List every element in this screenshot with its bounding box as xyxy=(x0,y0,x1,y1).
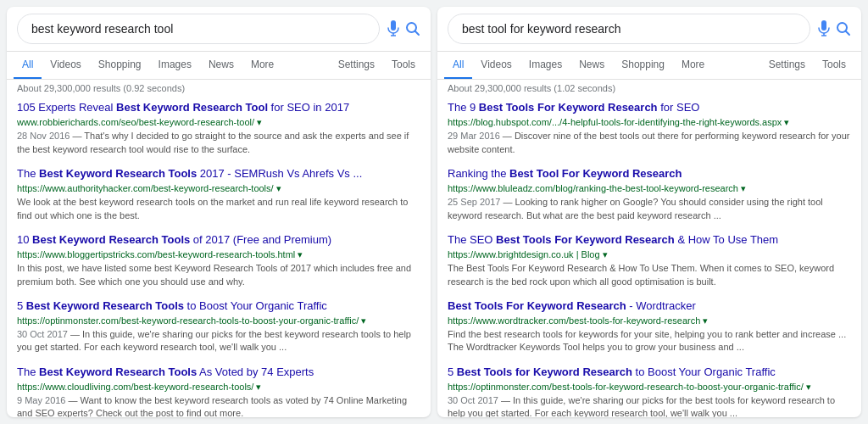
svg-line-9 xyxy=(846,31,850,36)
right-result-2-title[interactable]: Ranking the Best Tool For Keyword Resear… xyxy=(448,166,851,181)
left-result-1-snippet: 28 Nov 2016 — That's why I decided to go… xyxy=(17,130,420,156)
right-search-icons xyxy=(817,20,851,37)
right-result-1-url: https://blog.hubspot.com/.../4-helpful-t… xyxy=(448,117,851,128)
right-mic-icon[interactable] xyxy=(817,20,831,37)
right-result-4: Best Tools For Keyword Research - Wordtr… xyxy=(448,298,851,354)
left-result-2: The Best Keyword Research Tools 2017 - S… xyxy=(17,166,420,222)
right-result-2: Ranking the Best Tool For Keyword Resear… xyxy=(448,166,851,222)
right-search-button[interactable] xyxy=(836,21,851,36)
right-result-3-title[interactable]: The SEO Best Tools For Keyword Research … xyxy=(448,232,851,248)
svg-line-4 xyxy=(415,31,420,36)
right-tab-shopping[interactable]: Shopping xyxy=(613,52,673,79)
left-result-4-url: https://optinmonster.com/best-keyword-re… xyxy=(17,315,420,326)
right-results-count: About 29,300,000 results (1.02 seconds) xyxy=(437,80,861,97)
left-result-4-snippet: 30 Oct 2017 — In this guide, we're shari… xyxy=(17,328,420,354)
right-result-5-title[interactable]: 5 Best Tools for Keyword Research to Boo… xyxy=(448,365,851,380)
left-result-2-url: https://www.authorityhacker.com/best-key… xyxy=(17,183,420,194)
right-result-2-title-text: Ranking the Best Tool For Keyword Resear… xyxy=(448,167,682,180)
left-tab-news[interactable]: News xyxy=(200,52,242,79)
right-tab-all[interactable]: All xyxy=(444,52,472,79)
right-result-1-title-text: The 9 Best Tools For Keyword Research fo… xyxy=(448,101,699,114)
left-result-1-title-text: 105 Experts Reveal Best Keyword Research… xyxy=(17,101,349,114)
left-tab-videos[interactable]: Videos xyxy=(42,52,89,79)
right-tab-more[interactable]: More xyxy=(673,52,713,79)
left-tab-more[interactable]: More xyxy=(242,52,282,79)
left-search-icons xyxy=(387,20,420,37)
right-result-1-snippet: 29 Mar 2016 — Discover nine of the best … xyxy=(448,130,851,156)
left-nav-tabs: All Videos Shopping Images News More Set… xyxy=(7,52,431,80)
left-tab-tools[interactable]: Tools xyxy=(383,52,424,79)
left-results: 105 Experts Reveal Best Keyword Research… xyxy=(7,97,431,417)
right-result-1: The 9 Best Tools For Keyword Research fo… xyxy=(448,100,851,156)
main-container: All Videos Shopping Images News More Set… xyxy=(0,0,868,424)
right-result-4-title[interactable]: Best Tools For Keyword Research - Wordtr… xyxy=(448,298,851,314)
right-tab-tools[interactable]: Tools xyxy=(814,52,854,79)
right-result-3-url: https://www.brightdesign.co.uk | Blog ▾ xyxy=(448,249,851,260)
right-results: The 9 Best Tools For Keyword Research fo… xyxy=(437,97,861,417)
right-panel: All Videos Images News Shopping More Set… xyxy=(437,7,861,417)
left-result-2-title[interactable]: The Best Keyword Research Tools 2017 - S… xyxy=(17,166,420,181)
left-result-4-title-text: 5 Best Keyword Research Tools to Boost Y… xyxy=(17,299,327,312)
right-result-4-title-text: Best Tools For Keyword Research - Wordtr… xyxy=(448,299,696,312)
left-tab-all[interactable]: All xyxy=(14,52,42,79)
left-result-5: The Best Keyword Research Tools As Voted… xyxy=(17,365,420,417)
right-result-2-snippet: 25 Sep 2017 — Looking to rank higher on … xyxy=(448,196,851,222)
left-result-5-snippet: 9 May 2016 — Want to know the best keywo… xyxy=(17,394,420,417)
left-result-5-url: https://www.cloudliving.com/best-keyword… xyxy=(17,382,420,393)
left-panel: All Videos Shopping Images News More Set… xyxy=(7,7,431,417)
left-search-bar xyxy=(7,7,431,52)
right-result-4-snippet: Find the best research tools for keyword… xyxy=(448,328,851,354)
left-result-5-title[interactable]: The Best Keyword Research Tools As Voted… xyxy=(17,365,420,380)
left-result-4: 5 Best Keyword Research Tools to Boost Y… xyxy=(17,298,420,354)
left-search-button[interactable] xyxy=(405,21,420,36)
right-result-5-snippet: 30 Oct 2017 — In this guide, we're shari… xyxy=(448,394,851,417)
right-tab-settings[interactable]: Settings xyxy=(760,52,814,79)
right-result-4-url: https://www.wordtracker.com/best-tools-f… xyxy=(448,315,851,326)
left-result-1: 105 Experts Reveal Best Keyword Research… xyxy=(17,100,420,156)
left-result-4-title[interactable]: 5 Best Keyword Research Tools to Boost Y… xyxy=(17,298,420,314)
right-result-5-title-text: 5 Best Tools for Keyword Research to Boo… xyxy=(448,365,776,378)
left-tab-images[interactable]: Images xyxy=(150,52,200,79)
right-result-1-title[interactable]: The 9 Best Tools For Keyword Research fo… xyxy=(448,100,851,115)
right-result-5-url: https://optinmonster.com/best-tools-for-… xyxy=(448,382,851,393)
right-result-3: The SEO Best Tools For Keyword Research … xyxy=(448,232,851,288)
right-result-3-snippet: The Best Tools For Keyword Research & Ho… xyxy=(448,262,851,288)
right-result-2-url: https://www.bluleadz.com/blog/ranking-th… xyxy=(448,183,851,194)
left-result-3: 10 Best Keyword Research Tools of 2017 (… xyxy=(17,232,420,288)
left-result-3-snippet: In this post, we have listed some best K… xyxy=(17,262,420,288)
right-result-5: 5 Best Tools for Keyword Research to Boo… xyxy=(448,365,851,417)
right-search-bar xyxy=(437,7,861,52)
left-result-2-title-text: The Best Keyword Research Tools 2017 - S… xyxy=(17,167,362,180)
left-result-2-snippet: We look at the best keyword research too… xyxy=(17,196,420,222)
left-result-3-title-text: 10 Best Keyword Research Tools of 2017 (… xyxy=(17,233,331,246)
right-result-3-title-text: The SEO Best Tools For Keyword Research … xyxy=(448,233,778,246)
left-tab-shopping[interactable]: Shopping xyxy=(90,52,150,79)
svg-rect-0 xyxy=(391,20,396,31)
right-tab-images[interactable]: Images xyxy=(520,52,570,79)
left-results-count: About 29,300,000 results (0.92 seconds) xyxy=(7,80,431,97)
left-result-5-title-text: The Best Keyword Research Tools As Voted… xyxy=(17,365,314,378)
left-result-3-url: https://www.bloggertipstricks.com/best-k… xyxy=(17,249,420,260)
left-tab-settings[interactable]: Settings xyxy=(330,52,383,79)
right-nav-tabs: All Videos Images News Shopping More Set… xyxy=(437,52,861,80)
right-tab-videos[interactable]: Videos xyxy=(472,52,520,79)
right-search-input[interactable] xyxy=(448,14,810,44)
left-search-input[interactable] xyxy=(17,14,380,44)
left-mic-icon[interactable] xyxy=(387,20,400,37)
left-result-1-url: www.robbierichards.com/seo/best-keyword-… xyxy=(17,117,420,128)
left-result-1-title[interactable]: 105 Experts Reveal Best Keyword Research… xyxy=(17,100,420,115)
left-result-3-title[interactable]: 10 Best Keyword Research Tools of 2017 (… xyxy=(17,232,420,248)
svg-rect-5 xyxy=(821,20,826,31)
right-tab-news[interactable]: News xyxy=(570,52,613,79)
